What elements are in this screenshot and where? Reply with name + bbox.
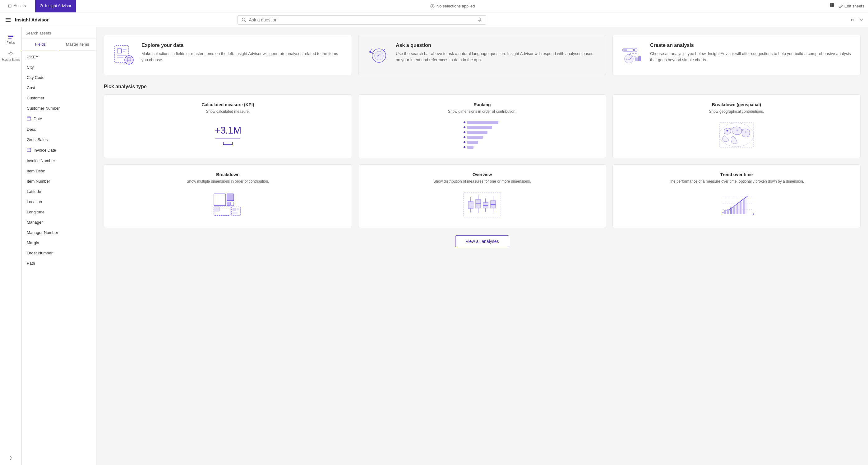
field-name: Path bbox=[27, 261, 35, 266]
geo-title: Breakdown (geospatial) bbox=[620, 102, 853, 107]
sidebar-item-fields[interactable]: Fields bbox=[0, 31, 22, 47]
nav-center: No selections applied bbox=[81, 4, 825, 8]
search-right: en bbox=[851, 18, 863, 22]
field-item-order-number[interactable]: Order Number bbox=[22, 248, 96, 258]
analysis-card-overview[interactable]: Overview Show distribution of measures f… bbox=[358, 164, 606, 228]
collapse-button[interactable] bbox=[5, 452, 17, 465]
fields-search-input[interactable] bbox=[26, 31, 92, 35]
analysis-card-breakdown[interactable]: Breakdown Show multiple dimensions in or… bbox=[104, 164, 352, 228]
rank-bar bbox=[467, 131, 488, 134]
svg-rect-92 bbox=[730, 207, 732, 214]
analysis-card-ranking[interactable]: Ranking Show dimensions in order of cont… bbox=[358, 94, 606, 158]
field-item-date[interactable]: Date bbox=[22, 113, 96, 124]
svg-point-56 bbox=[745, 131, 746, 133]
trend-visual bbox=[620, 189, 853, 220]
field-item-invoice-date[interactable]: Invoice Date bbox=[22, 145, 96, 156]
field-item-longitude[interactable]: Longitude bbox=[22, 207, 96, 217]
svg-rect-67 bbox=[232, 212, 238, 214]
search-icon bbox=[242, 18, 247, 22]
info-card-explore: Explore your data Make selections in fie… bbox=[104, 35, 352, 75]
grid-view-button[interactable] bbox=[830, 2, 835, 10]
sidebar-toggle-button[interactable] bbox=[5, 14, 11, 26]
page-title: Insight Advisor bbox=[15, 17, 49, 22]
svg-point-17 bbox=[10, 53, 12, 55]
fields-search-container bbox=[22, 27, 96, 39]
overview-description: Show distribution of measures for one or… bbox=[366, 179, 598, 184]
svg-marker-89 bbox=[753, 213, 754, 215]
field-item-manager-number[interactable]: Manager Number bbox=[22, 227, 96, 238]
top-navigation: ◻ Assets ⊙ Insight Advisor No selections… bbox=[0, 0, 868, 12]
search-bar[interactable] bbox=[238, 15, 486, 25]
selection-text: No selections applied bbox=[436, 4, 475, 8]
svg-rect-14 bbox=[8, 35, 13, 35]
svg-rect-65 bbox=[232, 208, 236, 211]
create-icon-container bbox=[620, 42, 645, 67]
ask-icon-container bbox=[366, 42, 391, 67]
tab-master-items[interactable]: Master items bbox=[59, 39, 96, 50]
microphone-icon[interactable] bbox=[477, 18, 482, 22]
chevron-down-icon bbox=[859, 18, 863, 22]
svg-rect-94 bbox=[737, 204, 738, 214]
rank-bar bbox=[467, 121, 498, 124]
tab-fields[interactable]: Fields bbox=[22, 39, 59, 50]
field-name: Date bbox=[34, 117, 42, 121]
field-item-cost[interactable]: Cost bbox=[22, 82, 96, 93]
field-name: Invoice Date bbox=[34, 148, 56, 153]
field-name: City Code bbox=[27, 75, 44, 80]
svg-rect-22 bbox=[27, 117, 31, 120]
explore-description: Make selections in fields or master item… bbox=[142, 51, 344, 63]
field-item-city-code[interactable]: City Code bbox=[22, 72, 96, 82]
collapse-icon bbox=[8, 455, 13, 460]
ask-description: Use the search bar above to ask a natura… bbox=[396, 51, 598, 63]
rank-row-2 bbox=[464, 126, 501, 129]
field-item-margin[interactable]: Margin bbox=[22, 238, 96, 248]
info-card-ask: Ask a question Use the search bar above … bbox=[358, 35, 606, 75]
svg-point-10 bbox=[242, 18, 245, 21]
edit-icon bbox=[839, 4, 843, 8]
question-input[interactable] bbox=[249, 18, 475, 22]
rank-bar bbox=[467, 126, 492, 129]
analysis-card-geo[interactable]: Breakdown (geospatial) Show geographical… bbox=[613, 94, 861, 158]
svg-rect-9 bbox=[6, 21, 10, 22]
field-item-item-number[interactable]: Item Number bbox=[22, 176, 96, 187]
info-cards-row: Explore your data Make selections in fie… bbox=[104, 35, 861, 75]
tab-insight-advisor[interactable]: ⊙ Insight Advisor bbox=[35, 0, 76, 12]
svg-point-44 bbox=[369, 51, 371, 53]
field-item-item-desc[interactable]: Item Desc bbox=[22, 166, 96, 176]
tab-assets[interactable]: ◻ Assets bbox=[4, 0, 30, 12]
field-name: Manager Number bbox=[27, 230, 58, 235]
rank-row-5 bbox=[464, 141, 501, 144]
language-selector[interactable]: en bbox=[851, 18, 856, 22]
field-item-location[interactable]: Location bbox=[22, 197, 96, 207]
kpi-title: Calculated measure (KPI) bbox=[112, 102, 344, 107]
field-item-manager[interactable]: Manager bbox=[22, 217, 96, 227]
edit-sheets-button[interactable]: Edit sheets bbox=[839, 4, 864, 8]
analysis-card-kpi[interactable]: Calculated measure (KPI) Show calculated… bbox=[104, 94, 352, 158]
sidebar-item-master-items[interactable]: Master items bbox=[0, 48, 22, 64]
fields-panel: Fields Master items %KEYCityCity CodeCos… bbox=[22, 27, 96, 465]
field-name: Invoice Number bbox=[27, 158, 55, 163]
svg-rect-12 bbox=[479, 18, 480, 20]
svg-rect-31 bbox=[117, 49, 122, 53]
kpi-visual-content: +3.1M bbox=[215, 125, 241, 145]
field-item-customer-number[interactable]: Customer Number bbox=[22, 103, 96, 113]
field-item-latitude[interactable]: Latitude bbox=[22, 187, 96, 197]
rank-dot bbox=[464, 136, 465, 138]
explore-icon-container bbox=[112, 42, 136, 67]
field-name: Item Number bbox=[27, 179, 50, 184]
field-item-path[interactable]: Path bbox=[22, 258, 96, 268]
create-illustration bbox=[620, 42, 645, 67]
field-item-grosssales[interactable]: GrossSales bbox=[22, 134, 96, 145]
field-item-customer[interactable]: Customer bbox=[22, 93, 96, 103]
field-item-desc[interactable]: Desc bbox=[22, 124, 96, 134]
left-sidebar: Fields Master items bbox=[0, 27, 22, 465]
view-all-button[interactable]: View all analyses bbox=[455, 235, 509, 247]
field-item-invoice-number[interactable]: Invoice Number bbox=[22, 156, 96, 166]
svg-rect-66 bbox=[237, 208, 239, 210]
field-item-city[interactable]: City bbox=[22, 62, 96, 72]
svg-rect-63 bbox=[214, 207, 219, 211]
field-item--key[interactable]: %KEY bbox=[22, 52, 96, 62]
ranking-title: Ranking bbox=[366, 102, 598, 107]
svg-rect-90 bbox=[724, 210, 726, 214]
analysis-card-trend[interactable]: Trend over time The performance of a mea… bbox=[613, 164, 861, 228]
